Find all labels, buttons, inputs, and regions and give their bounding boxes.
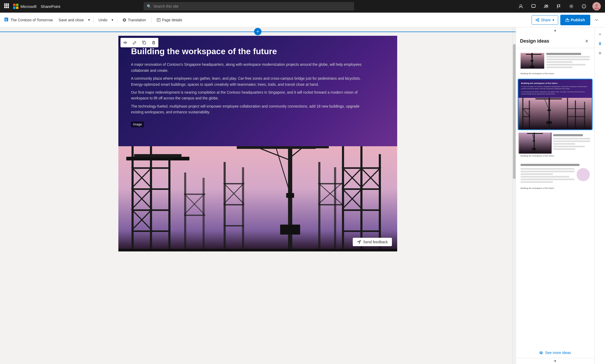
design-card-1[interactable]: Building the workspace of the future (518, 50, 592, 77)
design-card-2[interactable]: Building the workspace of the future A m… (518, 79, 592, 130)
svg-rect-85 (224, 183, 244, 184)
undo-dropdown[interactable]: ▾ (110, 15, 115, 25)
people-icon[interactable] (542, 2, 550, 11)
save-close-button[interactable]: Save and close (56, 15, 87, 25)
svg-rect-108 (548, 109, 551, 111)
svg-rect-118 (584, 102, 585, 129)
hero-text: A major renovation of Contoso's Singapor… (131, 62, 368, 115)
panel-close-button[interactable]: ✕ (583, 37, 590, 45)
collapse-button[interactable] (592, 16, 601, 24)
help-icon[interactable]: ? (580, 2, 588, 11)
wp-duplicate-button[interactable] (139, 38, 149, 47)
divider-2 (117, 17, 117, 23)
canvas-scrollbar[interactable] (512, 27, 516, 364)
comment-icon[interactable] (529, 2, 538, 11)
card-4-line-4 (521, 176, 569, 178)
svg-point-18 (595, 4, 598, 7)
scrollbar-thumb[interactable] (513, 44, 516, 179)
svg-rect-2 (8, 3, 9, 5)
svg-rect-61 (280, 225, 300, 235)
card-3-text (552, 133, 592, 154)
panel-title: Design ideas (520, 38, 549, 44)
svg-rect-41 (168, 159, 170, 251)
send-feedback-button[interactable]: Send feedback (353, 238, 392, 246)
share-label: Share (541, 18, 551, 22)
card-1-line-4 (546, 61, 572, 63)
wp-delete-button[interactable] (149, 38, 158, 47)
svg-rect-113 (522, 108, 530, 109)
share-group: Share ▾ (532, 15, 558, 25)
svg-point-12 (546, 5, 548, 6)
design-card-4[interactable]: Building the workspace of the future (518, 161, 592, 191)
flag-icon[interactable] (554, 2, 563, 11)
share-button[interactable]: Share ▾ (532, 15, 558, 25)
svg-rect-10 (532, 4, 535, 7)
share-community-icon[interactable] (517, 2, 525, 11)
save-close-dropdown[interactable]: ▾ (87, 15, 92, 25)
wp-move-button[interactable] (120, 38, 130, 47)
svg-rect-96 (118, 249, 397, 251)
panel-content[interactable]: Building the workspace of the future Bui… (516, 48, 594, 347)
right-edge-ideas-button[interactable] (596, 40, 604, 47)
svg-rect-22 (5, 20, 7, 21)
svg-rect-7 (6, 7, 7, 8)
svg-rect-8 (8, 7, 9, 8)
undo-button[interactable]: Undo (96, 15, 110, 25)
image-label: Image (131, 122, 144, 127)
svg-point-11 (545, 5, 546, 7)
svg-rect-56 (289, 146, 329, 148)
add-block-button[interactable]: + (254, 28, 261, 35)
card-2-text: A major renovation of Contoso's Singapor… (521, 85, 589, 90)
publish-button[interactable]: Publish (560, 15, 590, 25)
svg-rect-93 (318, 204, 342, 205)
svg-rect-123 (527, 133, 543, 134)
hero-section: Building the workspace of the future A m… (118, 36, 397, 146)
svg-rect-80 (184, 215, 205, 216)
svg-line-30 (537, 19, 538, 20)
panel-scroll-down[interactable]: ▼ (516, 358, 594, 364)
search-box[interactable]: 🔍 (144, 2, 354, 11)
card-1-line-5 (546, 64, 586, 65)
svg-rect-5 (8, 5, 9, 6)
svg-rect-77 (184, 173, 186, 251)
svg-point-28 (536, 19, 537, 21)
microsoft-logo: Microsoft (13, 4, 37, 9)
wp-edit-button[interactable] (130, 38, 139, 47)
publish-label: Publish (571, 18, 585, 22)
card-2-header: Building the workspace of the future A m… (518, 79, 592, 98)
svg-rect-110 (547, 121, 552, 124)
svg-rect-40 (150, 146, 152, 251)
right-edge-expand-button[interactable] (596, 31, 604, 38)
waffle-menu-button[interactable] (4, 3, 9, 9)
settings-icon[interactable] (567, 2, 576, 11)
svg-rect-38 (118, 146, 397, 251)
divider-3 (151, 17, 152, 23)
svg-rect-1 (6, 3, 7, 5)
translation-button[interactable]: Translation (119, 15, 149, 25)
card-2-image (518, 98, 592, 129)
right-edge-properties-button[interactable] (596, 49, 604, 57)
page-details-label: Page details (162, 18, 182, 22)
see-more-label: See more ideas (545, 351, 571, 355)
image-block: Send feedback (118, 146, 397, 251)
svg-rect-53 (134, 154, 182, 157)
page-details-button[interactable]: Page details (154, 15, 185, 25)
panel-scroll-up[interactable]: ▲ (516, 27, 594, 33)
svg-rect-120 (567, 116, 586, 117)
svg-rect-20 (5, 19, 8, 19)
card-4-circle (577, 168, 590, 181)
design-card-3[interactable]: Building the workspace of the future (518, 132, 592, 159)
svg-rect-127 (532, 148, 536, 150)
canvas[interactable]: + Building the worksp (0, 27, 516, 364)
card-3-line-6 (553, 148, 576, 150)
card-3-image (518, 133, 552, 154)
avatar[interactable] (592, 2, 601, 11)
card-1-text (546, 53, 590, 69)
see-more-ideas-button[interactable]: See more ideas (516, 347, 594, 358)
svg-rect-69 (342, 209, 381, 211)
search-input[interactable] (153, 4, 351, 8)
send-feedback-label: Send feedback (363, 240, 388, 244)
card-4-content (521, 168, 590, 184)
card-3-title-line (553, 134, 583, 136)
card-4-line-5 (521, 179, 574, 180)
